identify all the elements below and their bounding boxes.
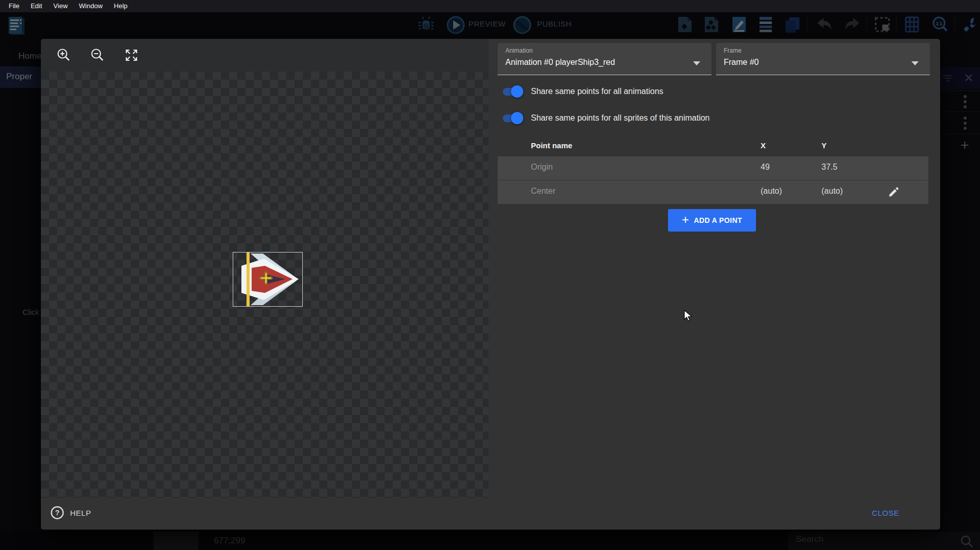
- close-button[interactable]: CLOSE: [872, 509, 899, 517]
- point-row-center[interactable]: Center (auto) (auto): [498, 180, 928, 204]
- menu-edit[interactable]: Edit: [25, 0, 48, 12]
- point-x-value: (auto): [761, 187, 782, 196]
- edit-point-pencil-icon[interactable]: [888, 187, 899, 198]
- menu-file[interactable]: File: [3, 0, 25, 12]
- column-header-y: Y: [821, 141, 827, 150]
- menu-help[interactable]: Help: [108, 0, 133, 12]
- menu-view[interactable]: View: [48, 0, 73, 12]
- dialog-footer: ? HELP CLOSE: [41, 498, 940, 530]
- menu-bar: File Edit View Window Help: [0, 0, 980, 12]
- toggle-label: Share same points for all animations: [531, 85, 663, 98]
- fit-to-view-icon[interactable]: [124, 48, 139, 63]
- origin-point-marker[interactable]: [259, 271, 273, 285]
- help-button[interactable]: ? HELP: [50, 506, 91, 520]
- menu-window[interactable]: Window: [73, 0, 108, 12]
- zoom-in-icon[interactable]: [56, 48, 72, 63]
- animation-select[interactable]: Animation Animation #0 playerShip3_red: [498, 43, 711, 75]
- frame-select[interactable]: Frame Frame #0: [716, 43, 930, 75]
- sprite-frame-box: [233, 252, 303, 307]
- mouse-cursor: [683, 310, 694, 322]
- zoom-out-icon[interactable]: [90, 48, 105, 63]
- toggle-share-points-all-animations[interactable]: [503, 83, 531, 100]
- toggle-share-points-all-sprites[interactable]: [503, 109, 531, 127]
- point-x-value[interactable]: 49: [761, 163, 770, 172]
- chevron-down-icon: [911, 61, 919, 65]
- point-name: Center: [531, 187, 555, 196]
- frame-select-label: Frame: [724, 47, 742, 54]
- help-icon: ?: [50, 506, 64, 520]
- frame-select-value: Frame #0: [724, 58, 759, 67]
- column-header-point-name: Point name: [531, 141, 572, 150]
- preview-toolbar: [41, 39, 488, 72]
- app-window: File Edit View Window Help: [0, 0, 980, 550]
- sprite-preview-pane: [41, 39, 488, 498]
- svg-text:?: ?: [55, 509, 60, 517]
- chevron-down-icon: [693, 61, 700, 65]
- column-header-x: X: [761, 141, 766, 150]
- point-row-origin[interactable]: Origin 49 37.5: [498, 156, 928, 180]
- animation-select-value: Animation #0 playerShip3_red: [505, 58, 615, 67]
- point-y-value: (auto): [821, 187, 843, 196]
- toggle-label: Share same points for all sprites of thi…: [531, 112, 710, 124]
- add-a-point-button[interactable]: + ADD A POINT: [668, 209, 756, 232]
- add-a-point-label: ADD A POINT: [694, 216, 742, 224]
- point-name: Origin: [531, 163, 553, 172]
- point-y-value[interactable]: 37.5: [821, 163, 837, 172]
- animation-select-label: Animation: [505, 47, 532, 54]
- plus-icon: +: [682, 215, 689, 225]
- edit-points-dialog: Animation Animation #0 playerShip3_red F…: [41, 39, 940, 530]
- help-label: HELP: [70, 509, 91, 517]
